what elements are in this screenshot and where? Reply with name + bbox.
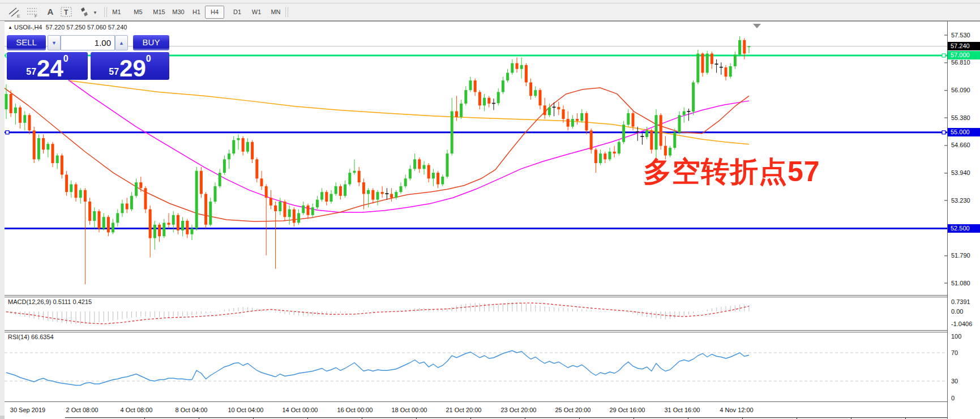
timeframe-mn[interactable]: MN [266, 6, 285, 19]
text-icon[interactable]: A [43, 6, 58, 18]
macd-tick-0.00: 0.00 [951, 308, 963, 315]
time-label-0: 30 Sep 2019 [10, 407, 45, 413]
time-label-2: 4 Oct 08:00 [121, 407, 153, 413]
volume-down-button[interactable]: ▼ [48, 35, 61, 50]
sell-price-sup: 0 [63, 54, 69, 64]
time-label-7: 18 Oct 00:00 [392, 407, 427, 413]
sell-price-small: 57 [26, 67, 36, 77]
price-tick-57.530: 57.530 [951, 32, 970, 39]
buy-price-big: 29 [119, 58, 146, 80]
svg-text:F: F [35, 14, 37, 18]
price-tick-56.090: 56.090 [951, 87, 970, 93]
timeframe-h1[interactable]: H1 [188, 6, 205, 19]
time-label-10: 25 Oct 20:00 [555, 407, 591, 413]
volume-input[interactable]: 1.00 [61, 35, 115, 50]
price-tick-53.230: 53.230 [951, 197, 970, 204]
volume-up-button[interactable]: ▲ [115, 35, 128, 50]
macd-canvas[interactable] [5, 297, 947, 330]
time-label-5: 14 Oct 00:00 [283, 407, 318, 413]
time-label-3: 8 Oct 04:00 [176, 407, 208, 413]
buy-price-sup: 0 [146, 54, 151, 64]
price-tick-51.790: 51.790 [951, 252, 970, 259]
macd-tick-0.7391: 0.7391 [951, 298, 970, 305]
price-badge-55.000: 55.000 [948, 128, 980, 136]
sell-button[interactable]: SELL [7, 35, 46, 50]
timeframe-d1[interactable]: D1 [229, 6, 246, 19]
rsi-tick-0: 0 [951, 395, 955, 401]
fibonacci-lines-icon[interactable]: F [25, 6, 40, 18]
time-label-12: 31 Oct 16:00 [665, 407, 700, 413]
macd-label: MACD(12,26,9) 0.5111 0.4215 [8, 298, 92, 305]
time-label-9: 23 Oct 20:00 [501, 407, 537, 413]
symbol-collapse-icon[interactable]: ▲ [8, 25, 12, 30]
time-label-1: 2 Oct 08:00 [66, 407, 99, 413]
rsi-canvas[interactable] [5, 332, 947, 401]
equidistant-channel-icon[interactable]: E [7, 6, 22, 18]
price-axis[interactable]: 57.53056.81056.09055.38054.66053.94053.2… [947, 22, 980, 419]
timeframe-w1[interactable]: W1 [248, 6, 265, 19]
symbol-name: USOil-,H4 [14, 24, 42, 31]
symbol-ohlc: 57.220 57.250 57.060 57.240 [46, 24, 127, 31]
charts-toolbar: E F A T ▼ M1M5M15M30H1H4D1W1MN [0, 3, 980, 21]
timeframe-m30[interactable]: M30 [168, 6, 189, 19]
toolbar-grip[interactable] [104, 7, 107, 17]
macd-tick--1.0406: -1.0406 [951, 320, 972, 327]
price-badge-57.000: 57.000 [948, 51, 980, 59]
rsi-tick-70: 70 [951, 349, 958, 356]
rsi-tick-100: 100 [951, 333, 961, 340]
arrow-tools-icon[interactable] [77, 6, 92, 18]
rsi-label: RSI(14) 66.6354 [8, 334, 54, 340]
buy-price-small: 57 [109, 67, 119, 77]
time-label-6: 16 Oct 00:00 [337, 407, 373, 413]
sell-price-big: 24 [37, 58, 63, 80]
time-label-8: 21 Oct 20:00 [446, 407, 482, 413]
time-label-13: 4 Nov 12:00 [720, 407, 753, 413]
rsi-tick-30: 30 [951, 378, 958, 384]
price-badge-57.240: 57.240 [948, 42, 980, 50]
svg-text:T: T [64, 8, 69, 16]
time-label-4: 10 Oct 04:00 [228, 407, 264, 413]
one-click-trading-panel: SELL ▼ 1.00 ▲ BUY 57 24 0 57 29 0 [6, 35, 170, 80]
toolbar-grip-2[interactable] [285, 7, 288, 17]
price-tick-53.940: 53.940 [951, 169, 970, 176]
chart-annotation-text: 多空转折点57 [643, 153, 820, 191]
text-label-icon[interactable]: T [59, 6, 74, 18]
time-label-11: 29 Oct 16:00 [610, 407, 645, 413]
dropdown-caret-icon[interactable]: ▼ [93, 10, 97, 15]
timeframe-h4[interactable]: H4 [205, 6, 224, 19]
mt4-terminal: E F A T ▼ M1M5M15M30H1H4D1W1MN ▲ USOil-,… [0, 0, 980, 419]
sell-price-button[interactable]: 57 24 0 [7, 52, 88, 80]
timeframe-m15[interactable]: M15 [148, 6, 170, 19]
chart-shift-marker-icon[interactable] [753, 24, 761, 28]
buy-price-button[interactable]: 57 29 0 [91, 52, 169, 80]
symbol-header: ▲ USOil-,H4 57.220 57.250 57.060 57.240 [8, 24, 127, 31]
buy-button[interactable]: BUY [133, 35, 169, 50]
price-tick-54.660: 54.660 [951, 142, 970, 148]
timeframe-m1[interactable]: M1 [108, 6, 126, 19]
price-tick-55.380: 55.380 [951, 114, 970, 121]
time-axis[interactable]: 30 Sep 20192 Oct 08:004 Oct 08:008 Oct 0… [5, 403, 980, 419]
timeframe-m5[interactable]: M5 [129, 6, 147, 19]
price-tick-56.810: 56.810 [951, 59, 970, 66]
svg-text:E: E [17, 14, 20, 18]
price-badge-52.500: 52.500 [948, 224, 980, 233]
chart-window: ▲ USOil-,H4 57.220 57.250 57.060 57.240 … [5, 21, 980, 419]
price-tick-51.080: 51.080 [951, 280, 970, 287]
